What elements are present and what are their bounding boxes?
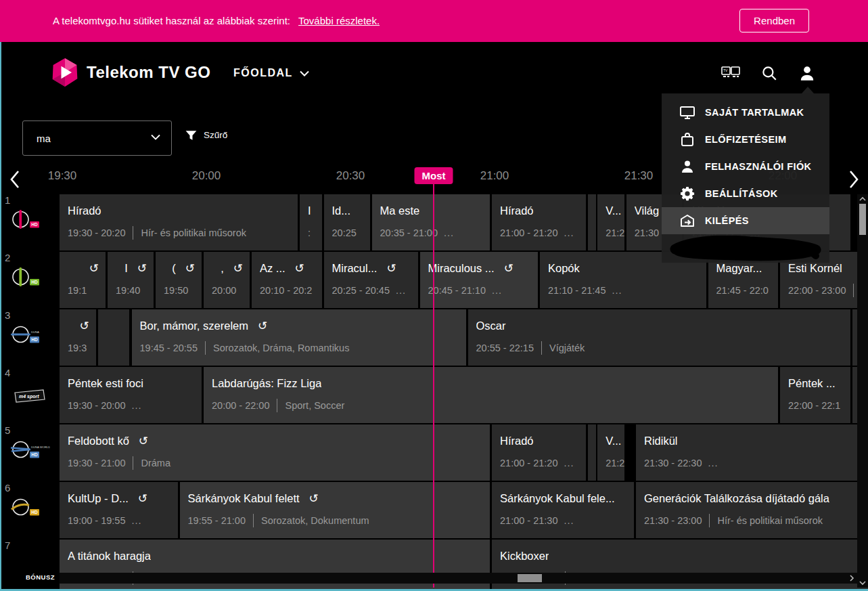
horizontal-scrollbar[interactable] — [60, 573, 857, 584]
window-edge-left — [0, 42, 1, 591]
program-time: 20:45 - 21:10 — [428, 285, 486, 296]
program-time: 19:00 - 19:55 — [68, 515, 125, 526]
channel-logo: HD — [11, 209, 51, 238]
vertical-scroll-thumb[interactable] — [859, 204, 866, 235]
account-icon[interactable] — [798, 64, 817, 82]
restart-icon: ↺ — [295, 263, 304, 274]
restart-icon: ↺ — [137, 263, 147, 274]
timeline-tick: 19:30 — [48, 169, 77, 183]
program-block[interactable]: ,↺20:00 — [204, 252, 250, 308]
program-block[interactable]: Oscar20:55 - 22:15Vígjáték — [468, 309, 850, 366]
program-title: I — [124, 262, 128, 275]
channel-logo: HD — [11, 267, 51, 295]
program-time: 21:00 - 21:20 — [500, 458, 557, 468]
filter-label: Szűrő — [204, 130, 227, 140]
channel-logo-text: BÓNUSZ — [26, 573, 55, 581]
program-title: Esti Kornél — [788, 262, 842, 275]
program-block[interactable]: Híradó19:30 - 20:20Hír- és politikai műs… — [60, 194, 298, 250]
program-time: 21:10 - 21:45 — [548, 285, 606, 296]
restart-icon: ↺ — [185, 263, 195, 274]
menu-item-felhaszn-l-i-fi-k[interactable]: FELHASZNÁLÓI FIÓK — [662, 153, 829, 180]
program-title: I — [308, 204, 311, 217]
program-block[interactable]: Ridikül21:30 - 22:30... — [636, 424, 868, 481]
program-block[interactable]: Sárkányok Kabul felett↺19:55 - 21:00Soro… — [180, 482, 490, 538]
cookie-accept-button[interactable]: Rendben — [739, 9, 809, 32]
channel-cell-5[interactable]: 5DUNA WORLDHD — [0, 424, 60, 481]
program-more-indicator: ... — [612, 285, 622, 296]
program-block[interactable]: Péntek ...22:00 - 22:1 — [780, 367, 850, 423]
program-block[interactable]: Sárkányok Kabul fele...21:00 - 21:30... — [492, 482, 634, 538]
program-block[interactable]: Péntek esti foci19:30 - 20:00... — [60, 367, 202, 423]
program-time: 19:45 - 20:55 — [140, 343, 198, 353]
chevron-down-icon — [300, 70, 309, 76]
program-block[interactable]: V...21:2 — [597, 424, 624, 481]
program-block[interactable]: Feldobott kő↺19:30 - 21:00Dráma — [60, 424, 490, 481]
nav-fooldal[interactable]: FŐOLDAL — [233, 67, 309, 79]
search-icon[interactable] — [760, 64, 779, 82]
chevron-down-icon — [151, 134, 160, 140]
program-time: 21:2 — [606, 227, 624, 238]
cookie-details-link[interactable]: További részletek. — [298, 15, 380, 26]
program-block[interactable]: KultUp - D...↺19:00 - 19:55... — [60, 482, 178, 538]
program-block[interactable]: ↺19:1 — [60, 252, 106, 308]
channel-cell-6[interactable]: 6HD — [0, 482, 60, 538]
program-block[interactable]: Az ...↺20:10 - 20:2 — [252, 252, 322, 308]
menu-item-be-ll-t-sok[interactable]: BEÁLLÍTÁSOK — [662, 180, 829, 207]
vertical-scrollbar[interactable] — [857, 194, 868, 588]
scroll-right-icon[interactable] — [848, 574, 856, 582]
horizontal-scroll-thumb[interactable] — [518, 574, 542, 582]
filter-button[interactable]: Szűrő — [185, 129, 227, 141]
now-line — [433, 183, 434, 588]
program-block[interactable]: Labdarúgás: Fizz Liga20:00 - 22:00Sport,… — [204, 367, 778, 423]
channel-cell-4[interactable]: 4m4 sport — [0, 367, 60, 423]
channel-cell-7[interactable]: 7BÓNUSZ — [0, 540, 60, 590]
program-title: Miraculous ... — [428, 262, 495, 275]
program-title: Magyar... — [716, 262, 762, 275]
program-time: 20:00 - 22:00 — [212, 400, 269, 411]
scroll-up-icon[interactable] — [859, 195, 867, 203]
program-block[interactable]: Híradó21:00 - 21:20... — [492, 194, 586, 250]
cookie-banner-text: A telekomtvgo.hu sütiket használ az aláb… — [53, 15, 380, 26]
program-block[interactable] — [588, 194, 596, 250]
restart-icon: ↺ — [138, 493, 147, 504]
program-block[interactable]: ↺19:3 — [60, 309, 96, 366]
program-time: 19:50 — [164, 285, 188, 296]
program-more-indicator: ... — [444, 227, 454, 238]
program-block[interactable]: I: — [300, 194, 322, 250]
program-time: 19:3 — [68, 343, 87, 353]
scroll-down-icon[interactable] — [859, 579, 867, 587]
channel-mosaic-icon[interactable]: TV — [721, 64, 740, 82]
menu-item-el-fizet-seim[interactable]: ELŐFIZETÉSEIM — [662, 126, 829, 153]
menu-item-kil-p-s[interactable]: KILÉPÉS — [662, 207, 829, 234]
program-block[interactable]: I↺19:40 — [108, 252, 154, 308]
program-time: 20:10 - 20:2 — [260, 285, 312, 296]
program-more-indicator: ... — [492, 285, 502, 296]
program-block[interactable]: Ma este20:35 - 21:00... — [372, 194, 490, 250]
channel-cell-1[interactable]: 1HD — [0, 194, 60, 250]
timeline-prev-button[interactable] — [8, 169, 22, 190]
program-block[interactable]: Generációk Találkozása díjátadó gála21:3… — [636, 482, 868, 538]
channel-cell-2[interactable]: 2HD — [0, 252, 60, 308]
program-genre: Sorozatok, Dokumentum — [253, 514, 369, 527]
program-block[interactable]: Híradó21:00 - 21:20... — [492, 424, 586, 481]
program-time: 21:00 - 21:20 — [500, 227, 557, 238]
program-block[interactable] — [98, 309, 130, 366]
program-block[interactable]: (↺19:50 — [156, 252, 202, 308]
program-more-indicator: ... — [564, 227, 574, 238]
program-block[interactable]: Miracul...↺20:25 - 20:45... — [324, 252, 418, 308]
program-block[interactable] — [588, 424, 596, 481]
program-block[interactable]: Bor, mámor, szerelem↺19:45 - 20:55Soroza… — [132, 309, 466, 366]
program-block[interactable]: Miraculous ...↺20:45 - 21:10... — [420, 252, 539, 308]
gear-icon — [679, 185, 695, 202]
timeline-next-button[interactable] — [847, 169, 861, 190]
program-genre: Sorozatok, Dráma, Romantikus — [205, 341, 349, 355]
menu-item-saj-t-tartalmak[interactable]: SAJÁT TARTALMAK — [662, 99, 829, 126]
telekom-logo[interactable] — [50, 58, 80, 87]
program-time: 19:30 - 20:20 — [68, 227, 125, 238]
channel-logo: DUNAHD — [11, 324, 51, 353]
program-block[interactable]: Id...20:25 — [324, 194, 370, 250]
program-block[interactable]: V...21:2 — [597, 194, 624, 250]
redacted-text-scribble — [670, 236, 821, 261]
day-select[interactable]: ma — [22, 121, 172, 156]
channel-cell-3[interactable]: 3DUNAHD — [0, 309, 60, 366]
